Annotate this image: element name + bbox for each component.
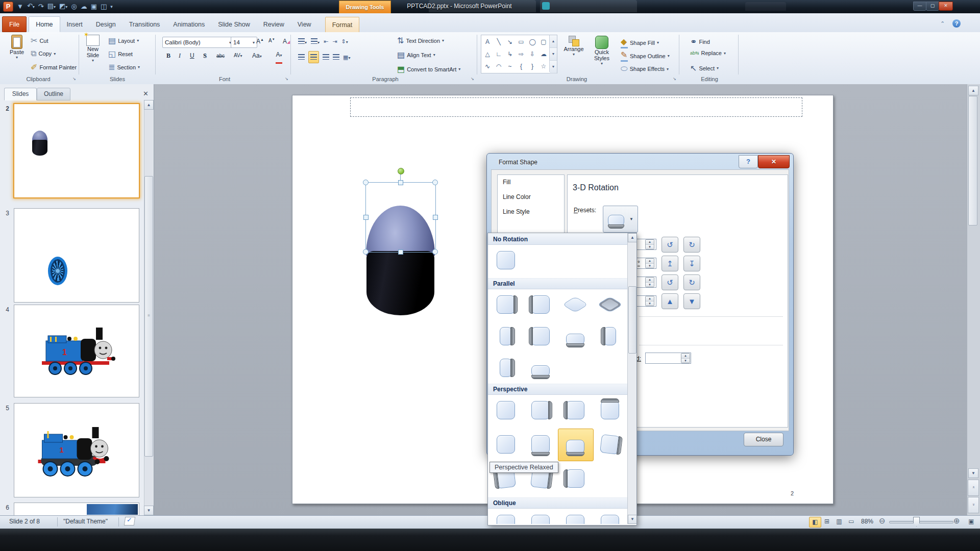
image-icon[interactable]: ▣ [91,1,97,12]
preset-oblique-top-right[interactable] [529,513,552,524]
cloud-icon[interactable]: ☁ [81,1,87,12]
gallery-scroll-up-icon[interactable]: ▲ [550,35,557,48]
rotation-spinner[interactable]: ▲▼ [645,277,654,287]
preset-isometric-top-up[interactable] [564,293,586,316]
dialog-help-button[interactable]: ? [739,155,758,168]
redo-icon[interactable]: ↷ [38,1,44,12]
panel-scroll-up-icon[interactable]: ▲ [144,100,154,110]
new-slide-button[interactable]: New Slide ▾ [81,35,105,63]
line-spacing-icon[interactable]: ⇕▾ [341,38,348,45]
isosceles-triangle-shape-icon[interactable]: △ [482,48,493,60]
arrow-shape-icon[interactable]: ↘ [504,36,516,48]
panel-scroll-down-icon[interactable]: ▼ [144,506,154,515]
preset-off-axis-2-left[interactable] [599,325,621,347]
preset-perspective-right[interactable] [564,399,586,421]
select-button[interactable]: ↖Select▾ [690,63,719,73]
right-brace-shape-icon[interactable]: } [527,60,538,72]
fit-to-window-icon[interactable]: ▣ [966,517,977,527]
drawing-dialog-launcher[interactable]: ↘ [673,77,676,81]
help-icon[interactable]: ? [952,19,961,28]
numbering-icon[interactable]: ▾ [311,37,320,46]
change-case-button[interactable]: Aa▾ [252,52,262,59]
preset-perspective-relaxed-moderately[interactable] [529,433,552,456]
left-brace-shape-icon[interactable]: { [516,60,527,72]
align-left-icon[interactable] [298,53,305,62]
copy-button[interactable]: ⧉Copy▾ [31,49,56,58]
resize-handle-n[interactable] [398,180,403,185]
rotation-spinner[interactable]: ▲▼ [645,296,654,306]
tilt-down-icon[interactable]: ↧ [683,256,700,271]
text-shadow-button[interactable]: S [203,52,207,60]
gallery-more-icon[interactable]: ▼ [550,61,557,73]
clipboard-dialog-launcher[interactable]: ↘ [72,77,76,81]
roll-right-icon[interactable]: ↻ [683,274,700,290]
arc-shape-icon[interactable]: ◠ [493,60,504,72]
preset-perspective-front[interactable] [495,399,517,421]
cloud-shape-icon[interactable]: ☁ [538,48,549,60]
picture-icon[interactable]: ◫ [101,1,107,12]
resize-handle-e[interactable] [433,215,438,220]
preset-isometric-bottom-down[interactable] [599,293,621,316]
dropdown-scroll-up-icon[interactable]: ▲ [628,233,637,242]
section-button[interactable]: ≣Section▾ [108,62,140,72]
restore-button[interactable]: ▢ [926,2,939,11]
theme-name[interactable]: "Default Theme" [63,518,108,525]
resize-handle-se[interactable] [432,249,438,255]
bullets-icon[interactable]: ▾ [298,37,307,46]
tilt-up-icon[interactable]: ↥ [662,256,678,271]
preset-isometric-right-up[interactable] [529,293,552,316]
tab-insert[interactable]: Insert [60,17,89,32]
quick-styles-button[interactable]: Quick Styles ▾ [588,36,616,66]
tab-home[interactable]: Home [29,16,60,32]
align-text-button[interactable]: ▤Align Text▾ [397,50,435,60]
rectangle-shape-icon[interactable]: ▭ [516,36,527,48]
down-arrow-shape-icon[interactable]: ⇩ [527,48,538,60]
undo-icon[interactable]: ↶▾ [27,1,35,13]
strikethrough-button[interactable]: abc [216,53,225,59]
spell-check-icon[interactable]: ✓ [124,517,135,525]
reset-button[interactable]: ◱Reset [108,49,133,59]
elbow-arrow-connector-shape-icon[interactable]: ↳ [504,48,516,60]
font-name-combo[interactable]: Calibri (Body)▾ [162,37,234,48]
preset-off-axis-1-top[interactable] [564,325,586,347]
list-icon[interactable]: ▤▾ [47,1,56,13]
paste-button[interactable]: Paste ▾ [5,35,29,60]
slide-thumbnail-5[interactable]: 1 [14,403,139,497]
align-right-icon[interactable] [323,53,329,62]
canvas-scroll-up-icon[interactable]: ▲ [968,86,978,95]
nav-item-line-color[interactable]: Line Color [498,190,564,205]
shrink-font-button[interactable]: A▼ [268,38,275,43]
paragraph-dialog-launcher[interactable]: ↘ [471,77,474,81]
resize-handle-ne[interactable] [432,180,438,185]
increase-indent-icon[interactable]: ⇥ [332,38,337,45]
minimize-ribbon-icon[interactable]: ⌃ [940,20,945,27]
panel-scrollbar-thumb[interactable]: ≡ [144,176,153,457]
preset-off-axis-2-top[interactable] [529,357,552,379]
elbow-connector-shape-icon[interactable]: ∟ [493,48,504,60]
preset-off-axis-1-left[interactable] [495,325,517,347]
rotation-spinner[interactable]: ▲▼ [645,239,654,249]
preset-perspective-above[interactable] [599,399,621,421]
find-button[interactable]: ⚭Find [690,37,710,46]
preset-perspective-relaxed[interactable] [564,433,586,456]
shape-fill-button[interactable]: ◆Shape Fill▾ [621,37,659,48]
slide-thumbnail-2[interactable] [13,103,140,198]
lower-down-icon[interactable]: ▼ [683,293,700,309]
powerpoint-logo-icon[interactable]: P [3,2,13,12]
slide-thumbnail-6[interactable] [14,503,139,516]
columns-icon[interactable]: ▦▾ [343,54,350,61]
canvas-scroll-down-icon[interactable]: ▼ [968,468,978,478]
draw-icon[interactable]: ◎ [71,1,77,12]
preset-perspective-heroic-extreme-right[interactable] [564,467,586,490]
resize-handle-w[interactable] [363,215,369,220]
right-arrow-shape-icon[interactable]: ⇨ [516,48,527,60]
next-slide-button[interactable]: » [968,497,979,513]
rounded-rectangle-shape-icon[interactable]: ▢ [538,36,549,48]
rotation-spinner[interactable]: ▲▼ [645,258,654,268]
scribble-shape-icon[interactable]: ∿ [482,60,493,72]
dropdown-scroll-down-icon[interactable]: ▼ [628,515,637,524]
shape-cylinder[interactable] [366,251,434,315]
arrange-button[interactable]: Arrange ▾ [561,36,586,57]
tab-animations[interactable]: Animations [166,17,211,32]
reading-view-icon[interactable]: ▥ [834,517,845,527]
